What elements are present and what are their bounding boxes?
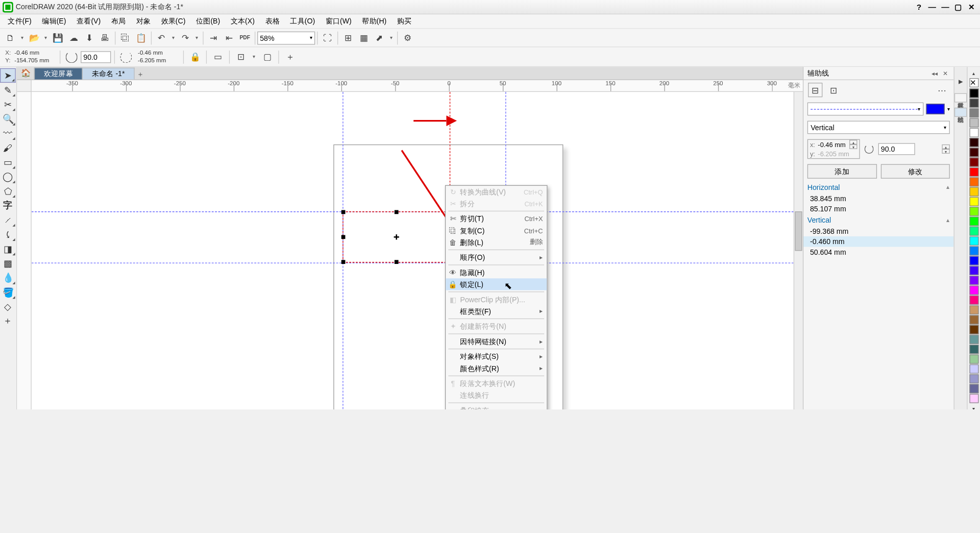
guide-horiz-mode-icon[interactable]: ⊟ bbox=[808, 83, 822, 97]
color-swatch[interactable] bbox=[969, 384, 978, 393]
zoom-tool[interactable]: 🔍 bbox=[0, 112, 16, 126]
ctx-frame-type[interactable]: 框类型(F)▸ bbox=[446, 305, 547, 317]
menu-item-11[interactable]: 帮助(H) bbox=[357, 15, 392, 28]
guide-h-item[interactable]: 85.107 mm bbox=[803, 204, 953, 214]
color-swatch[interactable] bbox=[969, 345, 978, 354]
color-swatch[interactable] bbox=[969, 89, 978, 98]
color-swatch[interactable] bbox=[969, 285, 978, 295]
guides-vertical-header[interactable]: Vertical▴ bbox=[803, 214, 953, 226]
text-tool[interactable]: 字 bbox=[0, 198, 16, 212]
menu-item-0[interactable]: 文件(F) bbox=[3, 15, 37, 28]
color-swatch[interactable] bbox=[969, 99, 978, 108]
ellipse-tool[interactable]: ◯ bbox=[0, 169, 16, 184]
freehand-tool[interactable]: 〰 bbox=[0, 126, 16, 140]
tab-add-button[interactable]: ＋ bbox=[134, 69, 148, 79]
guide-coord-input[interactable]: x:-0.46 mm▴▾ y:-6.205 mm bbox=[807, 139, 860, 159]
menu-item-3[interactable]: 布局 bbox=[106, 15, 131, 28]
color-swatch[interactable] bbox=[969, 365, 978, 374]
print-button[interactable]: 🖶 bbox=[98, 31, 112, 45]
new-dd[interactable]: ▾ bbox=[18, 35, 26, 41]
menu-item-5[interactable]: 效果(C) bbox=[156, 15, 191, 28]
guide-color-swatch[interactable] bbox=[926, 104, 945, 114]
wrap-button[interactable]: ▭ bbox=[211, 50, 225, 64]
color-swatch[interactable] bbox=[969, 325, 978, 334]
cloud-upload-button[interactable]: ☁ bbox=[66, 31, 81, 45]
tab-welcome[interactable]: 欢迎屏幕 bbox=[34, 67, 83, 79]
color-swatch[interactable] bbox=[969, 197, 978, 206]
options-button[interactable]: ⚙ bbox=[400, 31, 414, 45]
color-swatch[interactable] bbox=[969, 158, 978, 167]
guide-horizontal[interactable] bbox=[32, 262, 794, 263]
guide-h-item[interactable]: 38.845 mm bbox=[803, 193, 953, 204]
cloud-download-button[interactable]: ⬇ bbox=[82, 31, 96, 45]
new-button[interactable]: 🗋 bbox=[3, 31, 17, 45]
color-swatch[interactable] bbox=[969, 138, 978, 147]
polygon-tool[interactable]: ⬠ bbox=[0, 184, 16, 198]
palette-up-button[interactable]: ▴ bbox=[967, 68, 980, 78]
save-button[interactable]: 💾 bbox=[51, 31, 65, 45]
color-swatch[interactable] bbox=[969, 266, 978, 275]
undo-button[interactable]: ↶ bbox=[154, 31, 168, 45]
close-button[interactable]: ✕ bbox=[966, 3, 977, 12]
parallel-dim-tool[interactable]: ⟋ bbox=[0, 213, 16, 227]
export-button[interactable]: ⇤ bbox=[222, 31, 236, 45]
home-icon[interactable]: 🏠 bbox=[17, 66, 34, 80]
toolbox-add[interactable]: ＋ bbox=[0, 314, 16, 328]
docker-expand-button[interactable]: ▸ bbox=[953, 74, 968, 88]
open-dd[interactable]: ▾ bbox=[42, 35, 50, 41]
color-swatch[interactable] bbox=[969, 207, 978, 216]
eyedropper-tool[interactable]: 💧 bbox=[0, 271, 16, 285]
import-button[interactable]: ⇥ bbox=[206, 31, 220, 45]
publish-pdf-button[interactable]: PDF bbox=[238, 31, 252, 45]
vertical-scrollbar[interactable] bbox=[794, 92, 803, 409]
color-swatch[interactable] bbox=[969, 256, 978, 265]
preset-button[interactable]: ⊡ bbox=[234, 50, 248, 64]
ruler-origin[interactable] bbox=[17, 80, 31, 92]
color-swatch[interactable] bbox=[969, 187, 978, 197]
menu-item-10[interactable]: 窗口(W) bbox=[320, 15, 357, 28]
palette-down-button[interactable]: ▾ bbox=[967, 404, 980, 409]
ctx-color-styles[interactable]: 颜色样式(R)▸ bbox=[446, 362, 547, 374]
ctx-hide[interactable]: 👁隐藏(H) bbox=[446, 266, 547, 278]
ctx-lock[interactable]: 🔒锁定(L) bbox=[446, 278, 547, 290]
docker-close-button[interactable]: ✕ bbox=[941, 70, 950, 77]
connector-tool[interactable]: ⤹ bbox=[0, 227, 16, 241]
rotation-input[interactable] bbox=[81, 51, 111, 63]
menu-item-12[interactable]: 购买 bbox=[392, 15, 417, 28]
color-swatch[interactable] bbox=[969, 108, 978, 117]
redo-button[interactable]: ↷ bbox=[178, 31, 192, 45]
color-swatch[interactable] bbox=[969, 216, 978, 226]
guide-v-item[interactable]: -99.368 mm bbox=[803, 226, 953, 236]
fill-tool[interactable]: 🪣 bbox=[0, 285, 16, 299]
docker-tab-object-styles[interactable]: 对象样式 bbox=[954, 93, 967, 103]
ctx-cut[interactable]: ✄剪切(T)Ctrl+X bbox=[446, 213, 547, 225]
outline-tool[interactable]: ◇ bbox=[0, 299, 16, 313]
viewport[interactable] bbox=[32, 92, 794, 409]
guide-angle-input[interactable] bbox=[878, 143, 915, 155]
color-swatch[interactable] bbox=[969, 305, 978, 314]
color-swatch[interactable] bbox=[969, 374, 978, 383]
minimize-button[interactable]: — bbox=[939, 3, 951, 12]
guide-modify-button[interactable]: 修改 bbox=[880, 164, 950, 179]
docker-tab-guidelines[interactable]: 辅助线 bbox=[954, 108, 967, 117]
color-swatch[interactable] bbox=[969, 236, 978, 246]
docker-prev-button[interactable]: ◂◂ bbox=[930, 70, 939, 77]
help-icon[interactable]: ? bbox=[913, 3, 925, 12]
launch-button[interactable]: ⬈ bbox=[372, 31, 386, 45]
zoom-combo[interactable]: 58%▾ bbox=[257, 31, 315, 44]
none-swatch[interactable]: ✕ bbox=[969, 78, 978, 87]
ctx-delete[interactable]: 🗑删除(L)删除 bbox=[446, 236, 547, 248]
lock-button[interactable]: 🔒 bbox=[188, 50, 202, 64]
add-preset-button[interactable]: ＋ bbox=[283, 50, 297, 64]
align-button[interactable]: ▦ bbox=[356, 31, 371, 45]
pick-tool[interactable]: ➤ bbox=[0, 68, 16, 83]
guide-v-item[interactable]: 50.604 mm bbox=[803, 247, 953, 258]
ctx-order[interactable]: 顺序(O)▸ bbox=[446, 252, 547, 263]
open-button[interactable]: 📂 bbox=[27, 31, 41, 45]
crop-tool[interactable]: ✂ bbox=[0, 97, 16, 111]
menu-item-2[interactable]: 查看(V) bbox=[71, 15, 106, 28]
color-swatch[interactable] bbox=[969, 394, 978, 403]
guides-horizontal-header[interactable]: Horizontal▴ bbox=[803, 181, 953, 193]
color-swatch[interactable] bbox=[969, 246, 978, 255]
guide-v-item[interactable]: -0.460 mm bbox=[803, 236, 953, 247]
